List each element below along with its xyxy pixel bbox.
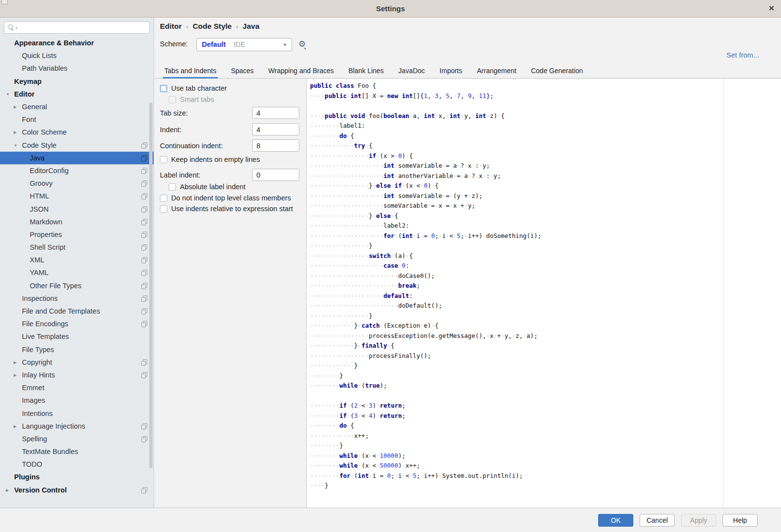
window-title: Settings	[0, 0, 781, 17]
breadcrumb-item-java[interactable]: Java	[243, 22, 259, 30]
tab-arrangement[interactable]: Arrangement	[476, 64, 517, 79]
chevron-expanded-icon[interactable]: ▼	[14, 143, 18, 147]
sidebar-item-label: Copyright	[22, 358, 52, 366]
close-icon[interactable]: ×	[769, 0, 774, 17]
search-options-caret-icon[interactable]: ▾	[16, 26, 18, 30]
sidebar-item-language-injections[interactable]: ▶Language Injections	[0, 420, 154, 433]
code-line: ········while·(true);	[310, 381, 541, 391]
sidebar-item-inspections[interactable]: Inspections	[0, 292, 154, 305]
continuation-indent-input[interactable]	[252, 139, 299, 152]
sidebar-item-label: Groovy	[30, 179, 53, 187]
chevron-collapsed-icon[interactable]: ▶	[14, 130, 17, 135]
breadcrumb-item-editor[interactable]: Editor	[160, 22, 182, 30]
search-box[interactable]: ▾	[4, 21, 150, 34]
sidebar-item-shell-script[interactable]: Shell Script	[0, 241, 154, 254]
sidebar-item-general[interactable]: ▶General	[0, 100, 154, 113]
scheme-gear-icon[interactable]: ⚙▾	[298, 39, 306, 48]
sidebar-item-markdown[interactable]: Markdown	[0, 216, 154, 228]
tab-code-generation[interactable]: Code Generation	[530, 64, 584, 79]
sidebar-item-yaml[interactable]: YAML	[0, 266, 154, 279]
sidebar-item-other-file-types[interactable]: Other File Types	[0, 279, 154, 292]
code-line: ························doCase0();	[310, 271, 541, 281]
duplicate-settings-icon	[141, 487, 147, 493]
sidebar-item-json[interactable]: JSON	[0, 202, 154, 215]
sidebar-item-plugins[interactable]: Plugins	[0, 471, 154, 483]
tabs-and-indents-options: Use tab character Smart tabs Tab size: I…	[154, 79, 307, 508]
sidebar-item-version-control[interactable]: ▶Version Control	[0, 484, 154, 496]
indent-input[interactable]	[252, 123, 299, 136]
sidebar-item-todo[interactable]: TODO	[0, 458, 154, 471]
sidebar-item-images[interactable]: Images	[0, 394, 154, 407]
chevron-collapsed-icon[interactable]: ▶	[14, 105, 17, 109]
sidebar-item-textmate-bundles[interactable]: TextMate Bundles	[0, 445, 154, 458]
smart-tabs-checkbox: Smart tabs	[169, 96, 214, 103]
sidebar-item-emmet[interactable]: Emmet	[0, 381, 154, 394]
sidebar-item-groovy[interactable]: Groovy	[0, 177, 154, 190]
sidebar-item-spelling[interactable]: Spelling	[0, 433, 154, 445]
sidebar-item-html[interactable]: HTML	[0, 190, 154, 202]
sidebar-scrollbar-thumb[interactable]	[149, 102, 153, 468]
tab-imports[interactable]: Imports	[439, 64, 463, 79]
sidebar-item-label: File Types	[22, 346, 54, 354]
search-input[interactable]	[19, 22, 146, 33]
tab-javadoc[interactable]: JavaDoc	[398, 64, 425, 79]
sidebar-item-xml[interactable]: XML	[0, 254, 154, 266]
checkbox-icon	[160, 85, 167, 92]
no-indent-top-level-checkbox[interactable]: Do not indent top level class members	[160, 194, 291, 202]
code-line: ····················for·(int·i·=·0;·i·<·…	[310, 231, 541, 241]
sidebar-item-color-scheme[interactable]: ▶Color Scheme	[0, 126, 154, 138]
sidebar-item-copyright[interactable]: ▶Copyright	[0, 356, 154, 369]
sidebar-item-intentions[interactable]: Intentions	[0, 407, 154, 419]
duplicate-settings-icon	[141, 142, 147, 149]
code-preview-pane: public·class·Foo·{····public·int[]·X·=·n…	[307, 79, 781, 508]
code-line: ················if·(x·>·0)·{	[310, 151, 541, 161]
chevron-expanded-icon[interactable]: ▼	[6, 92, 10, 96]
sidebar-item-font[interactable]: Font	[0, 113, 154, 126]
chevron-collapsed-icon[interactable]: ▶	[14, 424, 17, 428]
keep-indents-checkbox[interactable]: Keep indents on empty lines	[160, 156, 260, 163]
sidebar-item-file-types[interactable]: File Types	[0, 343, 154, 356]
cancel-button[interactable]: Cancel	[640, 514, 675, 527]
sidebar-item-file-encodings[interactable]: File Encodings	[0, 317, 154, 330]
sidebar-item-path-variables[interactable]: Path Variables	[0, 62, 154, 75]
scheme-select[interactable]: Default IDE ▼	[196, 38, 292, 51]
tab-blank-lines[interactable]: Blank Lines	[348, 64, 384, 79]
sidebar-item-editorconfig[interactable]: EditorConfig	[0, 164, 154, 177]
sidebar-item-java[interactable]: Java	[0, 152, 154, 164]
chevron-collapsed-icon[interactable]: ▶	[14, 360, 17, 364]
sidebar-item-editor[interactable]: ▼Editor	[0, 88, 154, 100]
code-line: ················}	[310, 311, 541, 321]
tab-tabs-and-indents[interactable]: Tabs and Indents	[164, 64, 217, 79]
sidebar-item-label: Live Templates	[22, 333, 69, 340]
sidebar-item-inlay-hints[interactable]: ▶Inlay Hints	[0, 369, 154, 381]
sidebar-item-appearance-behavior[interactable]: Appearance & Behavior	[0, 37, 154, 49]
tab-wrapping-and-braces[interactable]: Wrapping and Braces	[268, 64, 334, 79]
sidebar-item-label: Markdown	[30, 218, 62, 226]
sidebar-item-keymap[interactable]: Keymap	[0, 75, 154, 88]
breadcrumb-item-code-style[interactable]: Code Style	[193, 22, 232, 30]
sidebar-item-label: XML	[30, 256, 44, 264]
help-button[interactable]: Help	[722, 514, 758, 527]
chevron-collapsed-icon[interactable]: ▶	[14, 373, 17, 377]
code-line	[310, 101, 541, 111]
sidebar-item-file-and-code-templates[interactable]: File and Code Templates	[0, 305, 154, 317]
tab-size-input[interactable]	[252, 107, 299, 119]
sidebar-item-quick-lists[interactable]: Quick Lists	[0, 49, 154, 62]
label-indent-input[interactable]	[252, 169, 299, 181]
indents-relative-checkbox[interactable]: Use indents relative to expression start	[160, 205, 293, 213]
tab-spaces[interactable]: Spaces	[231, 64, 254, 79]
duplicate-settings-icon	[141, 308, 147, 315]
sidebar-item-label: Properties	[30, 231, 62, 238]
absolute-label-indent-checkbox[interactable]: Absolute label indent	[169, 183, 246, 191]
ok-button[interactable]: OK	[598, 514, 633, 527]
code-line	[310, 391, 541, 401]
sidebar-item-properties[interactable]: Properties	[0, 228, 154, 241]
sidebar-item-code-style[interactable]: ▼Code Style	[0, 139, 154, 152]
use-tab-character-checkbox[interactable]: Use tab character	[160, 84, 227, 92]
sidebar-item-live-templates[interactable]: Live Templates	[0, 330, 154, 343]
code-line: ········if·(3·<·4)·return;	[310, 411, 541, 421]
code-line: ········while·(x·<·10000);	[310, 451, 541, 461]
code-line: ····················case·0:	[310, 261, 541, 271]
chevron-collapsed-icon[interactable]: ▶	[6, 488, 9, 492]
set-from-link[interactable]: Set from...	[726, 51, 759, 59]
